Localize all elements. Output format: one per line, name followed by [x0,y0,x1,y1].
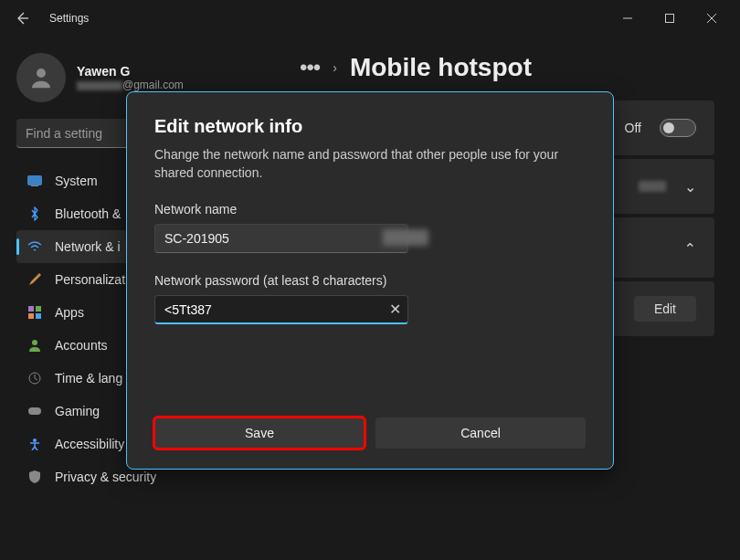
svg-point-18 [33,438,37,442]
cancel-button[interactable]: Cancel [375,417,586,449]
edit-network-dialog: Edit network info Change the network nam… [126,91,614,470]
sidebar-item-label: Bluetooth & [55,206,121,221]
dialog-title: Edit network info [154,116,586,137]
dialog-description: Change the network name and password tha… [154,146,586,182]
chevron-up-icon: ⌄ [684,239,696,257]
svg-line-16 [35,378,37,380]
clock-icon [27,371,42,386]
accessibility-icon [27,437,42,451]
page-title: Mobile hotspot [350,53,532,82]
svg-rect-1 [666,15,674,23]
svg-rect-9 [28,306,34,312]
save-button[interactable]: Save [154,417,365,449]
svg-point-13 [32,340,37,345]
system-icon [27,174,42,188]
network-password-label: Network password (at least 8 characters) [154,273,586,288]
svg-rect-11 [28,313,34,319]
svg-rect-7 [28,176,42,185]
chevron-right-icon: › [333,60,337,75]
sidebar-item-label: Accounts [55,338,108,353]
close-button[interactable] [691,4,733,33]
sidebar-item-label: Privacy & security [55,470,156,484]
edit-button[interactable]: Edit [634,296,696,322]
sidebar-item-label: Network & i [55,239,121,254]
apps-icon [27,305,42,320]
sidebar-item-label: Personalizatio [55,272,135,287]
svg-rect-17 [28,407,41,415]
minimize-button[interactable] [607,4,649,33]
sidebar-item-label: Time & lang [55,371,122,386]
sidebar-item-label: Gaming [55,404,100,418]
chevron-down-icon: ⌄ [684,178,696,195]
gaming-icon [27,404,42,418]
person-icon [27,338,42,353]
network-name-label: Network name [154,202,586,217]
bluetooth-icon [27,206,42,221]
window-title: Settings [49,12,89,25]
shield-icon [27,470,42,484]
profile-name: Yawen G [77,64,184,79]
avatar [16,53,66,102]
profile-email: @gmail.com [77,79,184,91]
sidebar-item-label: System [55,174,98,188]
network-name-input[interactable] [154,224,408,253]
toggle-state-label: Off [625,121,641,135]
back-button[interactable] [7,4,37,33]
brush-icon [27,272,42,287]
hotspot-toggle[interactable] [660,119,696,137]
svg-rect-12 [36,313,41,319]
svg-rect-10 [36,306,41,312]
clear-password-button[interactable]: ✕ [389,301,401,318]
breadcrumb-ellipsis[interactable]: ••• [300,55,320,80]
svg-point-4 [37,69,46,78]
wifi-icon [27,239,42,254]
maximize-button[interactable] [649,4,691,33]
network-password-input[interactable] [154,295,408,324]
sidebar-item-label: Apps [55,305,84,320]
sidebar-item-label: Accessibility [55,437,124,451]
